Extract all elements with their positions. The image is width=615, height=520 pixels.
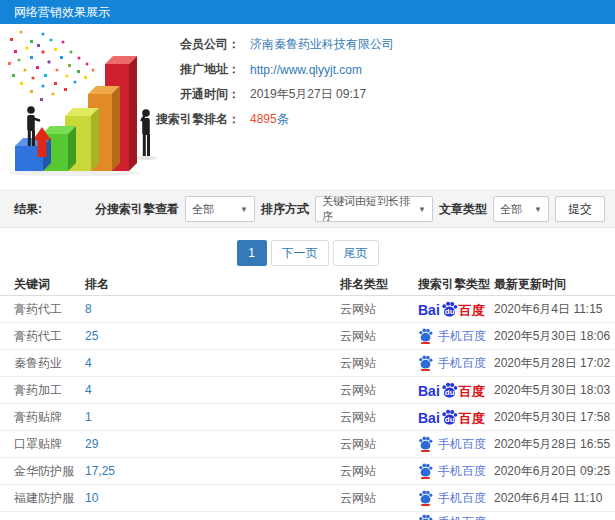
last-page-button[interactable]: 尾页: [333, 240, 379, 266]
mobile-baidu-logo: 手机百度: [418, 490, 486, 506]
baidu-paw-icon: [418, 355, 433, 369]
mobile-baidu-icon: [418, 463, 433, 479]
cell-keyword: 口罩贴牌: [14, 436, 85, 453]
table-row: 膏药代工8云网站Baidu百度2020年6月4日 11:15: [0, 296, 615, 323]
url-label: 推广地址：: [148, 61, 240, 78]
baidu-paw-icon: [418, 463, 433, 477]
cell-rank[interactable]: 4: [85, 356, 340, 370]
baidu-logo-bai: Bai: [418, 303, 440, 317]
mobile-baidu-icon: [418, 355, 433, 371]
cell-rank[interactable]: 29: [85, 437, 340, 451]
url-row: 推广地址： http://www.qlyyjt.com: [148, 57, 394, 82]
mobile-baidu-underline-icon: [421, 450, 430, 452]
baidu-paw: du: [441, 301, 458, 317]
results-table-body: 膏药代工8云网站Baidu百度2020年6月4日 11:15膏药代工25云网站手…: [0, 296, 615, 520]
cell-type: 云网站: [340, 409, 418, 426]
mobile-baidu-underline-icon: [421, 369, 430, 371]
table-row: 秦鲁药业4云网站手机百度2020年5月28日 17:02: [0, 350, 615, 377]
mobile-baidu-underline-icon: [421, 504, 430, 506]
page-button-current[interactable]: 1: [237, 240, 267, 266]
cell-type: 云网站: [340, 463, 418, 480]
confetti-icon: [8, 30, 95, 101]
cell-keyword: 秦鲁药业: [14, 355, 85, 372]
baidu-logo-du: du: [445, 389, 455, 397]
cell-date: 2020年5月30日 18:03: [494, 382, 615, 399]
cell-date: 2020年6月4日 11:10: [494, 490, 615, 507]
baidu-logo-cn: 百度: [459, 412, 485, 425]
baidu-logo-bai: Bai: [418, 384, 440, 398]
cell-rank[interactable]: 25: [85, 329, 340, 343]
cell-keyword: 膏药代工: [14, 328, 85, 345]
mobile-baidu-label: 手机百度: [438, 516, 486, 520]
cell-date: 2020年5月30日 17:58: [494, 409, 615, 426]
sort-filter-select[interactable]: 关键词由短到长排序 ▼: [315, 196, 433, 222]
open-time-row: 开通时间： 2019年5月27日 09:17: [148, 82, 394, 107]
cell-rank[interactable]: 10: [85, 491, 340, 505]
page: 网络营销效果展示: [0, 0, 615, 520]
cell-type: 云网站: [340, 490, 418, 507]
cell-engine: Baidu百度: [418, 409, 494, 425]
table-row: 膏药贴牌1云网站Baidu百度2020年5月30日 17:58: [0, 404, 615, 431]
cell-engine: 手机百度: [418, 328, 494, 344]
cell-rank[interactable]: 1: [85, 410, 340, 424]
cell-type: 云网站: [340, 436, 418, 453]
table-row: 口罩贴牌29云网站手机百度2020年5月28日 16:55: [0, 431, 615, 458]
baidu-logo-du: du: [445, 416, 455, 424]
engine-filter-select[interactable]: 全部 ▼: [185, 196, 255, 222]
article-type-select[interactable]: 全部 ▼: [493, 196, 549, 222]
engine-filter-value: 全部: [192, 202, 214, 217]
chevron-down-icon: ▼: [412, 205, 426, 214]
baidu-logo: Baidu百度: [418, 409, 485, 425]
header-keyword: 关键词: [14, 276, 85, 293]
header-engine-type: 搜索引擎类型: [418, 276, 494, 293]
mobile-baidu-label: 手机百度: [438, 330, 486, 342]
baidu-paw-icon: [418, 490, 433, 504]
cell-rank[interactable]: 8: [85, 302, 340, 316]
submit-button[interactable]: 提交: [555, 196, 605, 222]
bar-chart-illustration: [2, 26, 170, 176]
company-link[interactable]: 济南秦鲁药业科技有限公司: [250, 36, 394, 53]
cell-type: 云网站: [340, 382, 418, 399]
cell-date: 2020年6月20日 09:25: [494, 463, 615, 480]
next-page-button[interactable]: 下一页: [271, 240, 329, 266]
mobile-baidu-logo: 手机百度: [418, 436, 486, 452]
baidu-paw: du: [441, 382, 458, 398]
table-header-row: 关键词 排名 排名类型 搜索引擎类型 最新更新时间: [0, 274, 615, 296]
promotion-url-link[interactable]: http://www.qlyyjt.com: [250, 63, 362, 77]
results-label: 结果:: [14, 201, 42, 218]
baidu-logo-du: du: [445, 308, 455, 316]
chevron-down-icon: ▼: [234, 205, 248, 214]
cell-keyword: 膏药代工: [14, 301, 85, 318]
page-title: 网络营销效果展示: [14, 5, 110, 19]
article-type-value: 全部: [500, 202, 522, 217]
page-header: 网络营销效果展示: [0, 0, 615, 24]
info-section: 会员公司： 济南秦鲁药业科技有限公司 推广地址： http://www.qlyy…: [0, 24, 615, 190]
cell-rank[interactable]: 17,25: [85, 464, 340, 478]
baidu-logo-cn: 百度: [459, 385, 485, 398]
mobile-baidu-logo: 手机百度: [418, 355, 486, 371]
cell-engine: 手机百度: [418, 490, 494, 506]
filter-controls: 分搜索引擎查看 全部 ▼ 排序方式 关键词由短到长排序 ▼ 文章类型 全部 ▼ …: [95, 196, 605, 222]
table-row: 膏药加工4云网站Baidu百度2020年5月30日 18:03: [0, 377, 615, 404]
baidu-logo-cn: 百度: [459, 304, 485, 317]
cell-type: 云网站: [340, 301, 418, 318]
mobile-baidu-logo: 手机百度: [418, 463, 486, 479]
mobile-baidu-label: 手机百度: [438, 357, 486, 369]
sort-filter-value: 关键词由短到长排序: [322, 194, 412, 224]
mobile-baidu-underline-icon: [421, 342, 430, 344]
cell-rank[interactable]: 4: [85, 383, 340, 397]
baidu-logo-bai: Bai: [418, 411, 440, 425]
mobile-baidu-logo: 手机百度: [418, 514, 486, 520]
rank-count-value: 4895条: [250, 111, 289, 128]
open-time-label: 开通时间：: [148, 86, 240, 103]
mobile-baidu-label: 手机百度: [438, 492, 486, 504]
header-rank-type: 排名类型: [340, 276, 418, 293]
baidu-paw-icon: [418, 328, 433, 342]
mobile-baidu-logo: 手机百度: [418, 328, 486, 344]
cell-engine: 手机百度: [418, 463, 494, 479]
header-update-time: 最新更新时间: [494, 276, 615, 293]
chevron-down-icon: ▼: [528, 205, 542, 214]
mobile-baidu-underline-icon: [421, 477, 430, 479]
results-table: 关键词 排名 排名类型 搜索引擎类型 最新更新时间 膏药代工8云网站Baidu百…: [0, 274, 615, 520]
table-row: 手机百度: [0, 512, 615, 520]
